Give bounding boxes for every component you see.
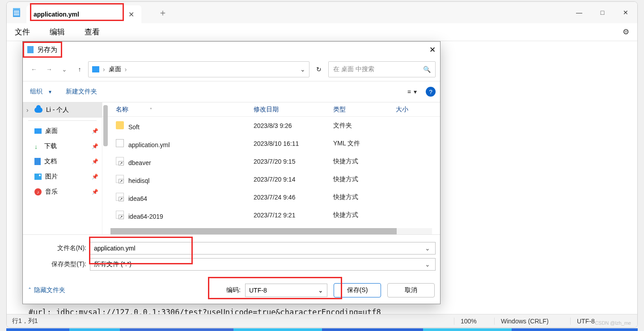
pin-icon: 📌 xyxy=(92,143,98,149)
file-row[interactable]: Soft2023/8/3 9:26文件夹 xyxy=(102,117,440,135)
dialog-close-button[interactable]: ✕ xyxy=(429,45,436,55)
file-list-header: 名称˄ 修改日期 类型 大小 xyxy=(102,102,440,117)
search-icon: 🔍 xyxy=(423,66,431,73)
address-expand-icon[interactable]: ⌄ xyxy=(300,66,305,73)
tab-close-icon[interactable]: ✕ xyxy=(128,10,134,19)
dialog-body: › Li - 个人 桌面📌 ↓下载📌 文档📌 图片📌 ♪音乐📌 名称˄ 修改日期… xyxy=(23,102,440,234)
notepad-window: application.yml ✕ ＋ — □ ✕ 文件 编辑 查看 ⚙ #ur… xyxy=(6,1,638,328)
sort-arrow-icon: ˄ xyxy=(150,107,152,112)
view-list-icon: ≡ xyxy=(407,88,411,95)
statusbar: 行1，列1 100% Windows (CRLF) UTF-8 CSDN @lz… xyxy=(7,314,637,327)
breadcrumb-sep2: › xyxy=(125,66,127,73)
file-row[interactable]: idea642023/7/24 9:46快捷方式 xyxy=(102,188,440,206)
tree-divider xyxy=(28,120,97,121)
file-row[interactable]: dbeaver2023/7/20 9:15快捷方式 xyxy=(102,153,440,170)
minimize-button[interactable]: — xyxy=(568,4,591,21)
titlebar: application.yml ✕ ＋ — □ ✕ xyxy=(7,2,637,23)
newfolder-button[interactable]: 新建文件夹 xyxy=(63,86,100,98)
file-row[interactable]: heidisql2023/7/20 9:14快捷方式 xyxy=(102,170,440,188)
desktop-icon xyxy=(34,128,42,134)
file-row[interactable]: idea64-20192023/7/12 9:21快捷方式 xyxy=(102,206,440,224)
view-mode-button[interactable]: ≡ ▾ xyxy=(407,88,417,95)
chevron-down-icon[interactable]: ⌄ xyxy=(424,261,432,268)
filetype-select[interactable]: 所有文件 (*.*)⌄ xyxy=(90,258,436,271)
breadcrumb-desktop[interactable]: 桌面 xyxy=(109,65,121,73)
col-name[interactable]: 名称˄ xyxy=(116,106,254,114)
col-type[interactable]: 类型 xyxy=(333,106,396,114)
tab-title: application.yml xyxy=(34,11,79,18)
new-tab-button[interactable]: ＋ xyxy=(158,7,167,19)
tree-label: Li - 个人 xyxy=(46,106,69,114)
filetype-label: 保存类型(T): xyxy=(27,260,90,268)
search-placeholder: 在 桌面 中搜索 xyxy=(333,65,374,73)
menu-edit[interactable]: 编辑 xyxy=(46,25,68,39)
encoding-select[interactable]: UTF-8⌄ xyxy=(245,284,327,297)
status-position: 行1，列1 xyxy=(7,317,38,325)
notepad-icon xyxy=(13,8,20,17)
status-eol: Windows (CRLF) xyxy=(494,318,570,325)
address-bar[interactable]: › 桌面 › ⌄ xyxy=(88,61,309,77)
cancel-button[interactable]: 取消 xyxy=(387,283,435,297)
settings-gear-icon[interactable]: ⚙ xyxy=(619,25,633,38)
search-input[interactable]: 在 桌面 中搜索 🔍 xyxy=(328,61,436,77)
file-row[interactable]: application.yml2023/8/10 16:11YML 文件 xyxy=(102,135,440,153)
vscroll-thumb[interactable] xyxy=(103,105,108,146)
organize-dropdown-icon[interactable]: ▼ xyxy=(48,89,52,94)
hscroll-track[interactable] xyxy=(110,228,432,234)
pin-icon: 📌 xyxy=(92,174,98,180)
drive-icon xyxy=(92,66,99,72)
download-icon: ↓ xyxy=(34,143,41,149)
help-button[interactable]: ? xyxy=(426,87,436,97)
dialog-bottom: ˄隐藏文件夹 编码: UTF-8⌄ 保存(S) 取消 xyxy=(23,277,440,304)
file-tab[interactable]: application.yml ✕ xyxy=(26,5,141,23)
nav-back-button[interactable]: ← xyxy=(27,63,41,76)
maximize-button[interactable]: □ xyxy=(591,4,614,21)
editor-line: #url: jdbc:mvsal://127.0.0.1:3306/test?u… xyxy=(15,308,629,314)
chevron-up-icon: ˄ xyxy=(28,287,31,294)
tree-personal[interactable]: › Li - 个人 xyxy=(23,102,102,118)
chevron-down-icon[interactable]: ⌄ xyxy=(318,287,323,294)
close-button[interactable]: ✕ xyxy=(614,4,637,21)
nav-tree: › Li - 个人 桌面📌 ↓下载📌 文档📌 图片📌 ♪音乐📌 xyxy=(23,102,102,234)
tree-music[interactable]: ♪音乐📌 xyxy=(23,184,102,199)
dialog-nav: ← → ⌄ ↑ › 桌面 › ⌄ ↻ 在 桌面 中搜索 🔍 xyxy=(23,58,440,81)
nav-forward-button[interactable]: → xyxy=(42,63,56,76)
dialog-fields: 文件名(N): application.yml⌄ 保存类型(T): 所有文件 (… xyxy=(23,234,440,277)
dialog-titlebar: 另存为 ✕ xyxy=(23,42,440,58)
status-zoom: 100% xyxy=(454,318,494,325)
file-icon xyxy=(116,139,124,147)
tree-desktop[interactable]: 桌面📌 xyxy=(23,123,102,139)
caret-icon: › xyxy=(26,106,31,114)
organize-button[interactable]: 组织 xyxy=(27,86,45,98)
nav-up-button[interactable]: ↑ xyxy=(73,63,86,76)
breadcrumb-sep: › xyxy=(103,66,105,73)
filename-input[interactable]: application.yml⌄ xyxy=(90,242,436,255)
view-dropdown-icon: ▾ xyxy=(414,88,417,95)
short-icon xyxy=(116,157,124,165)
pin-icon: 📌 xyxy=(92,158,98,165)
window-controls: — □ ✕ xyxy=(568,4,637,21)
pictures-icon xyxy=(34,174,42,180)
col-date[interactable]: 修改日期 xyxy=(254,106,333,114)
taskbar-strip xyxy=(6,328,638,331)
tree-documents[interactable]: 文档📌 xyxy=(23,154,102,169)
onedrive-icon xyxy=(34,107,42,113)
watermark: CSDN @lzh_me xyxy=(595,320,631,326)
hscroll-thumb[interactable] xyxy=(110,228,397,234)
col-size[interactable]: 大小 xyxy=(396,106,423,114)
menubar: 文件 编辑 查看 ⚙ xyxy=(7,23,637,41)
tree-pictures[interactable]: 图片📌 xyxy=(23,169,102,184)
nav-recent-button[interactable]: ⌄ xyxy=(58,63,71,76)
menu-view[interactable]: 查看 xyxy=(81,25,103,39)
file-list: 名称˄ 修改日期 类型 大小 Soft2023/8/3 9:26文件夹appli… xyxy=(102,102,440,234)
hide-folders-link[interactable]: ˄隐藏文件夹 xyxy=(28,286,65,294)
save-button[interactable]: 保存(S) xyxy=(334,283,381,297)
pin-icon: 📌 xyxy=(92,189,98,195)
chevron-down-icon[interactable]: ⌄ xyxy=(424,245,432,252)
dialog-toolbar: 组织 ▼ 新建文件夹 ≡ ▾ ? xyxy=(23,81,440,102)
dialog-icon xyxy=(27,46,34,53)
refresh-button[interactable]: ↻ xyxy=(311,61,326,77)
folder-icon xyxy=(116,121,124,129)
tree-downloads[interactable]: ↓下载📌 xyxy=(23,139,102,154)
menu-file[interactable]: 文件 xyxy=(11,25,34,39)
